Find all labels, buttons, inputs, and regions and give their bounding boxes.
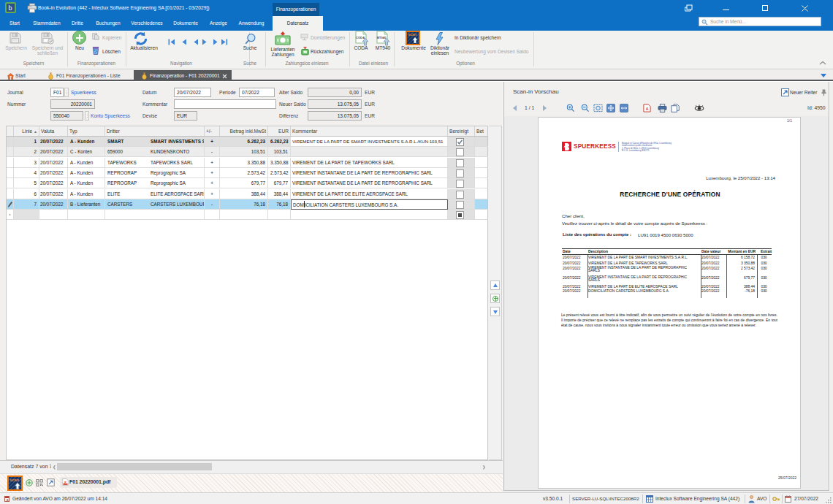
svg-text:MT940: MT940 <box>377 36 387 39</box>
svg-text:b: b <box>8 4 12 12</box>
svg-text:A: A <box>646 107 649 111</box>
svg-text:CODA: CODA <box>356 36 365 39</box>
